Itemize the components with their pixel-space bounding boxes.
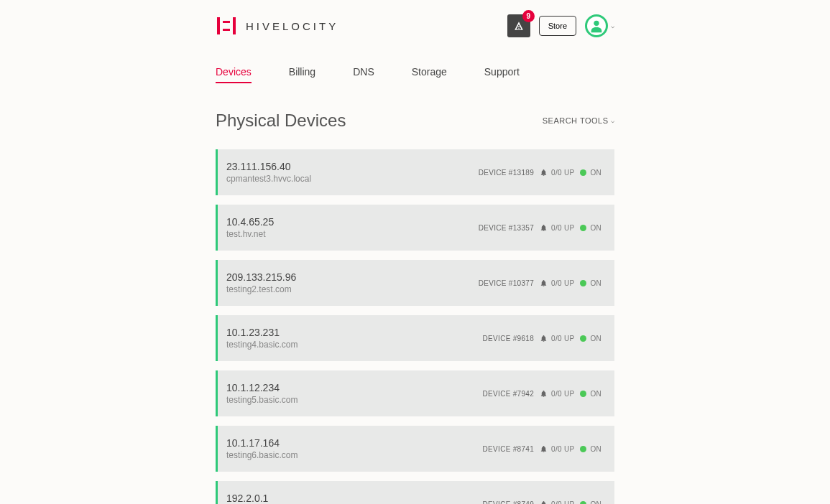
device-ip: 10.1.23.231: [226, 327, 298, 338]
logo[interactable]: HIVELOCITY: [216, 15, 338, 37]
device-row[interactable]: 10.1.23.231 testing4.basic.com DEVICE #9…: [216, 315, 614, 361]
device-info: 10.4.65.25 test.hv.net: [226, 216, 274, 239]
status-dot-icon: [580, 391, 586, 397]
avatar: [585, 14, 608, 37]
device-row[interactable]: 10.4.65.25 test.hv.net DEVICE #13357 0/0…: [216, 205, 614, 251]
device-info: 23.111.156.40 cpmantest3.hvvc.local: [226, 161, 311, 184]
user-icon: [589, 18, 604, 34]
device-id-label: DEVICE #13357: [479, 224, 534, 232]
device-hostname: testing6.basic.com: [226, 450, 298, 460]
device-ip: 209.133.215.96: [226, 271, 296, 283]
device-row[interactable]: 23.111.156.40 cpmantest3.hvvc.local DEVI…: [216, 149, 614, 195]
device-up-label: 0/0 UP: [551, 500, 574, 505]
device-up-label: 0/0 UP: [551, 279, 574, 287]
search-tools-label: SEARCH TOOLS: [543, 116, 609, 125]
device-id-label: DEVICE #7942: [483, 390, 534, 398]
chevron-down-icon: ⌵: [611, 22, 614, 29]
device-row[interactable]: 209.133.215.96 testing2.test.com DEVICE …: [216, 260, 614, 306]
device-hostname: testing4.basic.com: [226, 340, 298, 350]
device-status-group: DEVICE #8749 0/0 UP ON: [483, 500, 601, 505]
device-monitor-group: 0/0 UP: [540, 390, 574, 398]
status-dot-icon: [580, 446, 586, 452]
device-up-label: 0/0 UP: [551, 224, 574, 232]
device-power-group: ON: [580, 335, 601, 342]
device-up-label: 0/0 UP: [551, 390, 574, 398]
tab-billing[interactable]: Billing: [289, 66, 315, 83]
device-power-group: ON: [580, 169, 601, 177]
tab-dns[interactable]: DNS: [353, 66, 374, 83]
bell-icon: [540, 445, 548, 453]
device-id-label: DEVICE #10377: [479, 279, 534, 287]
tab-devices[interactable]: Devices: [216, 66, 252, 83]
logo-text: HIVELOCITY: [246, 20, 338, 32]
nav-tabs: Devices Billing DNS Storage Support: [216, 66, 614, 83]
user-menu[interactable]: ⌵: [585, 14, 614, 37]
store-button[interactable]: Store: [539, 16, 576, 36]
device-info: 209.133.215.96 testing2.test.com: [226, 271, 296, 294]
notifications-button[interactable]: 9: [507, 14, 530, 37]
notification-badge: 9: [522, 10, 535, 22]
device-monitor-group: 0/0 UP: [540, 500, 574, 505]
device-up-label: 0/0 UP: [551, 445, 574, 453]
device-status-label: ON: [590, 335, 601, 342]
device-ip: 10.1.17.164: [226, 437, 298, 449]
device-power-group: ON: [580, 224, 601, 232]
page-title: Physical Devices: [216, 111, 346, 131]
tab-storage[interactable]: Storage: [412, 66, 447, 83]
svg-point-4: [594, 21, 599, 26]
device-status-label: ON: [590, 169, 601, 177]
status-dot-icon: [580, 335, 586, 342]
device-status-group: DEVICE #7942 0/0 UP ON: [483, 390, 601, 398]
bell-icon: [540, 169, 548, 177]
device-status-group: DEVICE #8741 0/0 UP ON: [483, 445, 601, 453]
device-status-label: ON: [590, 224, 601, 232]
device-row[interactable]: 10.1.12.234 testing5.basic.com DEVICE #7…: [216, 370, 614, 416]
svg-rect-1: [233, 17, 236, 34]
chevron-down-icon: ⌵: [611, 117, 615, 124]
status-dot-icon: [580, 501, 586, 505]
device-status-label: ON: [590, 445, 601, 453]
svg-rect-2: [223, 21, 230, 23]
device-row[interactable]: 192.2.0.1 4x E7 Hexa-core E4806 DEVICE #…: [216, 481, 614, 504]
device-hostname: testing5.basic.com: [226, 395, 298, 405]
svg-rect-3: [223, 29, 230, 31]
device-status-group: DEVICE #13189 0/0 UP ON: [479, 169, 601, 177]
device-info: 10.1.17.164 testing6.basic.com: [226, 437, 298, 460]
device-status-label: ON: [590, 279, 601, 287]
logo-icon: [216, 15, 237, 37]
device-status-label: ON: [590, 390, 601, 398]
device-status-group: DEVICE #9618 0/0 UP ON: [483, 335, 601, 342]
device-hostname: testing2.test.com: [226, 284, 296, 294]
device-info: 10.1.12.234 testing5.basic.com: [226, 382, 298, 405]
device-id-label: DEVICE #13189: [479, 169, 534, 177]
device-hostname: test.hv.net: [226, 229, 274, 239]
device-monitor-group: 0/0 UP: [540, 279, 574, 287]
device-list: 23.111.156.40 cpmantest3.hvvc.local DEVI…: [216, 149, 614, 504]
bell-icon: [540, 390, 548, 398]
alert-icon: [514, 21, 524, 31]
device-id-label: DEVICE #8741: [483, 445, 534, 453]
device-monitor-group: 0/0 UP: [540, 445, 574, 453]
device-up-label: 0/0 UP: [551, 335, 574, 342]
device-info: 10.1.23.231 testing4.basic.com: [226, 327, 298, 350]
device-monitor-group: 0/0 UP: [540, 169, 574, 177]
device-power-group: ON: [580, 390, 601, 398]
device-row[interactable]: 10.1.17.164 testing6.basic.com DEVICE #8…: [216, 426, 614, 472]
header-actions: 9 Store ⌵: [507, 14, 614, 37]
tab-support[interactable]: Support: [484, 66, 520, 83]
page-header: HIVELOCITY 9 Store ⌵: [216, 14, 614, 37]
bell-icon: [540, 335, 548, 342]
status-dot-icon: [580, 280, 586, 286]
device-ip: 192.2.0.1: [226, 493, 318, 504]
device-ip: 10.1.12.234: [226, 382, 298, 393]
bell-icon: [540, 279, 548, 287]
device-power-group: ON: [580, 500, 601, 505]
search-tools-button[interactable]: SEARCH TOOLS ⌵: [543, 116, 614, 125]
device-monitor-group: 0/0 UP: [540, 335, 574, 342]
page-subheader: Physical Devices SEARCH TOOLS ⌵: [216, 111, 614, 131]
device-id-label: DEVICE #8749: [483, 500, 534, 505]
device-monitor-group: 0/0 UP: [540, 224, 574, 232]
device-status-group: DEVICE #13357 0/0 UP ON: [479, 224, 601, 232]
device-hostname: cpmantest3.hvvc.local: [226, 174, 311, 184]
status-dot-icon: [580, 225, 586, 231]
